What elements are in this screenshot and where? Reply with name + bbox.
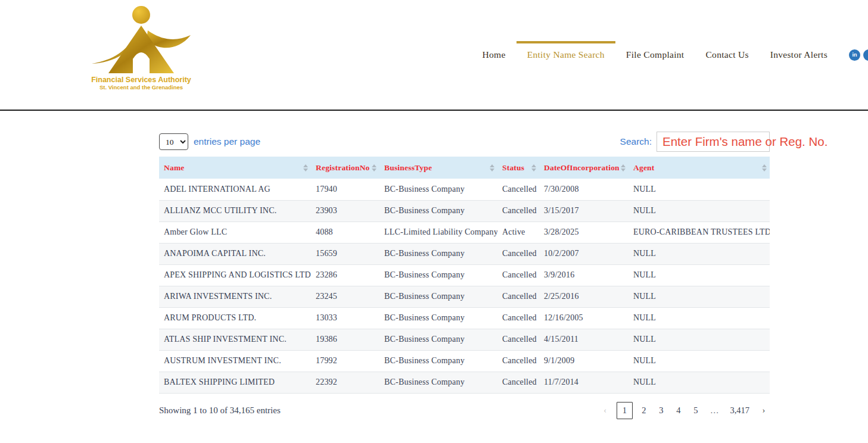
table-cell: APEX SHIPPING AND LOGISTICS LTD. — [159, 264, 311, 286]
table-cell: ALLIANZ MCC UTILITY INC. — [159, 200, 311, 222]
showing-entries-text: Showing 1 to 10 of 34,165 entries — [159, 405, 281, 416]
social-icons: in f — [849, 49, 868, 61]
table-cell: 3/15/2017 — [539, 200, 629, 222]
column-header-agent[interactable]: Agent — [629, 157, 770, 179]
table-cell: Active — [497, 222, 539, 243]
table-cell: 4/15/2011 — [539, 329, 629, 350]
sort-icon — [531, 164, 536, 171]
table-cell: 10/2/2007 — [539, 243, 629, 264]
sort-icon — [303, 164, 308, 171]
pagination-page-2[interactable]: 2 — [638, 403, 650, 419]
nav-item-file-complaint[interactable]: File Complaint — [615, 41, 695, 68]
table-cell: Cancelled — [497, 243, 539, 264]
table-cell: 4088 — [311, 222, 379, 243]
table-cell: Cancelled — [497, 179, 539, 200]
table-cell: NULL — [629, 243, 770, 264]
search-controls: Search: Enter Firm's name or Reg. No. — [620, 132, 770, 152]
table-cell: 11/7/2014 — [539, 372, 629, 393]
table-cell: Cancelled — [497, 372, 539, 393]
logo-org-name: Financial Services Authority — [91, 76, 191, 84]
column-header-label: RegistrationNo — [316, 163, 370, 173]
sort-icon — [372, 164, 377, 171]
table-row: AUSTRUM INVESTMENT INC.17992BC-Business … — [159, 350, 770, 372]
table-row: Amber Glow LLC4088LLC-Limited Liability … — [159, 222, 770, 243]
table-row: ATLAS SHIP INVESTMENT INC.19386BC-Busine… — [159, 329, 770, 350]
table-header-row: NameRegistrationNoBusinessTypeStatusDate… — [159, 157, 770, 179]
pagination-page-1[interactable]: 1 — [617, 402, 633, 419]
table-cell: BC-Business Company — [379, 307, 497, 329]
logo-org-sub: St. Vincent and the Grenadines — [99, 84, 183, 91]
column-header-label: BusinessType — [384, 163, 432, 173]
sort-icon — [621, 164, 626, 171]
pagination-prev[interactable]: ‹ — [599, 403, 611, 419]
table-row: APEX SHIPPING AND LOGISTICS LTD.23286BC-… — [159, 264, 770, 286]
nav-item-contact-us[interactable]: Contact Us — [695, 41, 759, 68]
table-cell: 17940 — [311, 179, 379, 200]
table-cell: NULL — [629, 179, 770, 200]
pagination-ellipsis: … — [707, 403, 722, 419]
table-cell: BC-Business Company — [379, 179, 497, 200]
table-cell: NULL — [629, 350, 770, 372]
table-cell: Cancelled — [497, 307, 539, 329]
pagination-page-5[interactable]: 5 — [690, 403, 702, 419]
table-row: BALTEX SHIPPING LIMITED22392BC-Business … — [159, 372, 770, 393]
table-cell: BC-Business Company — [379, 329, 497, 350]
page-size-controls: 10 entries per page — [159, 133, 260, 150]
table-cell: Cancelled — [497, 264, 539, 286]
facebook-icon[interactable]: f — [863, 49, 868, 61]
nav-item-entity-name-search[interactable]: Entity Name Search — [517, 41, 615, 68]
table-row: ANAPOIMA CAPITAL INC.15659BC-Business Co… — [159, 243, 770, 264]
column-header-label: Name — [164, 163, 185, 173]
table-cell: Cancelled — [497, 329, 539, 350]
table-cell: LLC-Limited Liability Company — [379, 222, 497, 243]
table-cell: BC-Business Company — [379, 350, 497, 372]
table-cell: Amber Glow LLC — [159, 222, 311, 243]
table-cell: 17992 — [311, 350, 379, 372]
pagination: ‹12345…3,417› — [599, 402, 770, 419]
column-header-status[interactable]: Status — [497, 157, 539, 179]
pagination-page-4[interactable]: 4 — [673, 403, 685, 419]
table-cell: AUSTRUM INVESTMENT INC. — [159, 350, 311, 372]
column-header-registrationno[interactable]: RegistrationNo — [311, 157, 379, 179]
table-row: ALLIANZ MCC UTILITY INC.23903BC-Business… — [159, 200, 770, 222]
column-header-dateofincorporation[interactable]: DateOfIncorporation — [539, 157, 629, 179]
table-cell: BALTEX SHIPPING LIMITED — [159, 372, 311, 393]
table-cell: ADEL INTERNATIONAL AG — [159, 179, 311, 200]
column-header-name[interactable]: Name — [159, 157, 311, 179]
table-cell: 23245 — [311, 286, 379, 307]
table-controls: 10 entries per page Search: Enter Firm's… — [159, 132, 770, 152]
page-size-select[interactable]: 10 — [159, 133, 188, 150]
fsa-logo: Financial Services Authority St. Vincent… — [89, 4, 194, 94]
table-head: NameRegistrationNoBusinessTypeStatusDate… — [159, 157, 770, 179]
table-cell: 7/30/2008 — [539, 179, 629, 200]
linkedin-icon[interactable]: in — [849, 49, 860, 61]
sort-icon — [490, 164, 494, 171]
search-input[interactable]: Enter Firm's name or Reg. No. — [657, 132, 770, 152]
table-cell: 22392 — [311, 372, 379, 393]
table-cell: ARIWA INVESTMENTS INC. — [159, 286, 311, 307]
table-row: ARIWA INVESTMENTS INC.23245BC-Business C… — [159, 286, 770, 307]
pagination-page-3[interactable]: 3 — [655, 403, 667, 419]
nav-item-home[interactable]: Home — [472, 41, 517, 68]
table-cell: NULL — [629, 372, 770, 393]
main-content: 10 entries per page Search: Enter Firm's… — [159, 111, 770, 419]
table-cell: 23286 — [311, 264, 379, 286]
table-cell: 19386 — [311, 329, 379, 350]
search-placeholder: Enter Firm's name or Reg. No. — [662, 135, 827, 149]
table-body: ADEL INTERNATIONAL AG17940BC-Business Co… — [159, 179, 770, 393]
search-label: Search: — [620, 136, 652, 147]
column-header-label: Status — [502, 163, 524, 173]
table-cell: ATLAS SHIP INVESTMENT INC. — [159, 329, 311, 350]
table-cell: NULL — [629, 286, 770, 307]
table-cell: NULL — [629, 264, 770, 286]
pagination-page-3-417[interactable]: 3,417 — [727, 403, 752, 419]
table-cell: 3/28/2025 — [539, 222, 629, 243]
table-row: ARUM PRODUCTS LTD.13033BC-Business Compa… — [159, 307, 770, 329]
nav-item-investor-alerts[interactable]: Investor Alerts — [760, 41, 838, 68]
table-cell: ARUM PRODUCTS LTD. — [159, 307, 311, 329]
pagination-next[interactable]: › — [758, 403, 770, 419]
fsa-logo-icon: Financial Services Authority St. Vincent… — [89, 4, 194, 92]
table-cell: Cancelled — [497, 286, 539, 307]
entries-per-page-label: entries per page — [194, 136, 260, 147]
column-header-businesstype[interactable]: BusinessType — [379, 157, 497, 179]
